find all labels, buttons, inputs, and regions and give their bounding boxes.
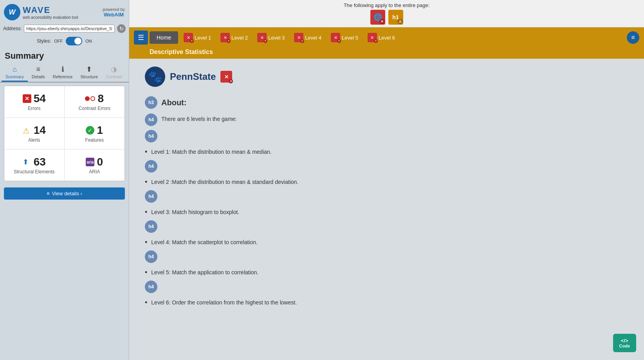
pennstate-x-badge: ✕ (229, 79, 233, 83)
styles-toggle[interactable] (66, 37, 82, 45)
nav-level-3[interactable]: ✕✕ Level 3 (253, 31, 289, 45)
contrast-error-icon (85, 96, 95, 101)
h4-badge-0: h4 (145, 113, 157, 126)
styles-row: Styles: OFF ON (0, 34, 129, 48)
bullet-6: • (145, 297, 147, 307)
alerts-count-row: ⚠ 14 (23, 124, 46, 137)
levels-count-text: There are 6 levels in the game: (161, 113, 237, 122)
level2-label: Level 2 (231, 35, 248, 41)
nav-level-6[interactable]: ✕✕ Level 6 (364, 31, 399, 45)
level2-text: Level 2 :Match the distribution to mean … (151, 176, 298, 185)
level3-desc: • Level 3: Match histogram to boxplot. (145, 207, 628, 216)
left-panel: W WAVE web accessibility evaluation tool… (0, 0, 129, 360)
level1-item: h4 (145, 130, 628, 142)
level6-label: Level 6 (379, 35, 395, 41)
right-panel: The following apply to the entire page: … (129, 0, 644, 360)
webaim-link[interactable]: WebAIM (104, 12, 124, 18)
h4-badge-5: h4 (145, 250, 157, 263)
pennstate-error-icon: ✕✕ (220, 71, 232, 83)
tab-structure[interactable]: ⬆ Structure (76, 63, 102, 82)
alert-icon: ⚠ (23, 126, 31, 135)
structural-icon: ⬆ (23, 158, 31, 166)
pennstate-logo: 🐾 (145, 67, 165, 87)
nav-level-2[interactable]: ✕✕ Level 2 (216, 31, 252, 45)
styles-off-label: OFF (54, 39, 63, 43)
h4-badge-4: h4 (145, 220, 157, 233)
level1-x-badge: ✕ (190, 39, 194, 43)
h4-badge-2: h4 (145, 160, 157, 173)
address-label: Address: (3, 26, 22, 31)
address-input[interactable] (24, 25, 115, 32)
tab-contrast-label: Contrast (106, 74, 122, 79)
level4-desc: • Level 4: Match the scatterplot to corr… (145, 237, 628, 247)
stat-aria[interactable]: aria 0 ARIA (65, 149, 125, 181)
pennstate-header: 🐾 PennState ✕✕ (145, 67, 628, 87)
level4-item: h4 (145, 220, 628, 233)
level6-text: Level 6: Order the correlation from the … (151, 297, 297, 306)
nav-level-1[interactable]: ✕✕ Level 1 (180, 31, 215, 45)
notice-icons: 🌐 ✕ h1 ⚠ (370, 10, 403, 25)
stat-structural[interactable]: ⬆ 63 Structural Elements (4, 149, 65, 181)
code-tag-icon: </> (621, 338, 628, 344)
wave-title: WAVE (23, 5, 78, 15)
view-details-label: View details › (52, 191, 82, 196)
page-title: Descriptive Statistics (129, 48, 644, 59)
level1-error-icon: ✕✕ (184, 33, 193, 42)
stat-errors[interactable]: ✕ 54 Errors (4, 86, 65, 118)
contrast-errors-count-row: 8 (85, 92, 104, 105)
hamburger-button[interactable]: ☰ (134, 31, 148, 45)
h4-badge-3: h4 (145, 190, 157, 203)
level6-error-icon: ✕✕ (368, 33, 377, 42)
stat-features[interactable]: ✓ 1 Features (65, 118, 125, 149)
main-content: 🐾 PennState ✕✕ h3 About: h4 There are 6 … (129, 59, 644, 360)
level3-label: Level 3 (268, 35, 285, 41)
errors-count-row: ✕ 54 (23, 92, 46, 105)
tab-summary[interactable]: ⌂ Summary (2, 63, 28, 82)
bullet-4: • (145, 237, 147, 247)
list-icon: ≡ (36, 65, 41, 74)
wave-logo: W WAVE web accessibility evaluation tool (4, 4, 78, 20)
wave-logo-text: WAVE web accessibility evaluation tool (23, 5, 78, 20)
tab-bar: ⌂ Summary ≡ Details ℹ Reference ⬆ Struct… (0, 63, 129, 83)
code-button[interactable]: </> Code (613, 334, 637, 352)
level5-error-icon: ✕✕ (331, 33, 340, 42)
globe-error-icon: 🌐 ✕ (370, 10, 385, 25)
contrast-icon: ◑ (111, 65, 117, 74)
features-label: Features (85, 137, 104, 143)
level3-text: Level 3: Match histogram to boxplot. (151, 207, 239, 215)
styles-label: Styles: (37, 38, 51, 44)
level6-desc: • Level 6: Order the correlation from th… (145, 297, 628, 307)
levels-count-item: h4 There are 6 levels in the game: (145, 113, 628, 126)
view-details-icon: ≡ (47, 191, 50, 196)
pennstate-name: PennState (170, 71, 216, 82)
paw-icon: 🐾 (148, 70, 162, 83)
view-details-button[interactable]: ≡ View details › (4, 187, 125, 200)
tab-summary-label: Summary (5, 74, 24, 79)
tab-structure-label: Structure (80, 74, 98, 79)
refresh-button[interactable]: ↻ (117, 24, 126, 33)
summary-title: Summary (0, 48, 129, 63)
stat-alerts[interactable]: ⚠ 14 Alerts (4, 118, 65, 149)
h1-warning-icon: h1 ⚠ (388, 10, 403, 25)
about-heading-row: h3 About: (145, 96, 628, 109)
stat-contrast-errors[interactable]: 8 Contrast Errors (65, 86, 125, 118)
aria-label: ARIA (89, 169, 100, 175)
alerts-value: 14 (34, 124, 46, 137)
wave-header: W WAVE web accessibility evaluation tool… (0, 0, 129, 23)
nav-level-5[interactable]: ✕✕ Level 5 (327, 31, 362, 45)
h4-badge-1: h4 (145, 130, 157, 142)
aria-value: 0 (97, 156, 103, 168)
tab-contrast[interactable]: ◑ Contrast (102, 63, 126, 82)
home-nav-button[interactable]: Home (150, 31, 178, 44)
tab-details[interactable]: ≡ Details (28, 63, 49, 82)
aria-count-row: aria 0 (86, 156, 103, 168)
features-value: 1 (97, 124, 103, 137)
nav-level-4[interactable]: ✕✕ Level 4 (290, 31, 325, 45)
bullet-1: • (145, 146, 147, 156)
toggle-knob (74, 38, 81, 45)
bullet-5: • (145, 267, 147, 277)
top-notice: The following apply to the entire page: … (129, 0, 644, 27)
nav-bar: ☰ Home ✕✕ Level 1 ✕✕ Level 2 ✕✕ Level 3 … (129, 27, 644, 48)
nav-list-icon[interactable]: ≡ (627, 31, 639, 44)
tab-reference[interactable]: ℹ Reference (49, 63, 77, 82)
